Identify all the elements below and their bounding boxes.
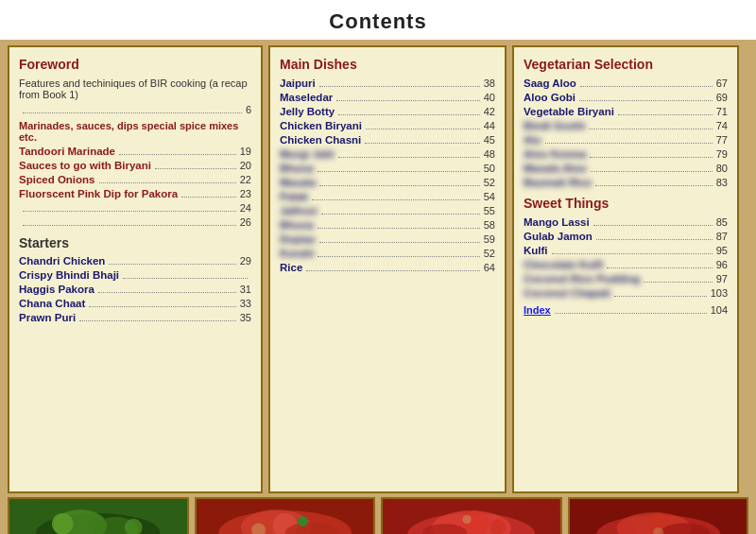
veg-selection-title: Vegetarian Selection <box>524 57 728 72</box>
food-photo-svg-1 <box>9 499 187 534</box>
list-item: Mango Lassi 85 <box>524 216 728 228</box>
list-item: Alu 77 <box>524 134 728 146</box>
list-item: Coconut Rice Pudding 97 <box>524 273 728 284</box>
list-item: Chandri Chicken 29 <box>19 255 251 267</box>
list-item: Aloo Gobi 69 <box>524 92 728 103</box>
list-item: Chana Chaat 33 <box>19 298 251 309</box>
list-item: Chocolate Kulfi 96 <box>524 259 728 270</box>
food-photo-4 <box>568 497 749 534</box>
list-item: Tandoori Marinade 19 <box>19 146 251 157</box>
food-photo-2 <box>195 497 376 534</box>
food-photo-3 <box>381 497 562 534</box>
column-1: Foreword Features and techiniques of BIR… <box>8 45 263 493</box>
svg-point-4 <box>52 513 74 534</box>
index-item[interactable]: Index 104 <box>524 304 728 316</box>
list-item: 26 <box>19 216 251 228</box>
column-2: Main Dishes Jaipuri 38 Maseledar 40 Jell… <box>268 45 507 493</box>
main-dishes-title: Main Dishes <box>280 57 495 72</box>
list-item: Chicken Chasni 45 <box>280 134 495 146</box>
column-3: Vegetarian Selection Saag Aloo 67 Aloo G… <box>512 45 739 493</box>
list-item: Kulfi 95 <box>524 245 728 256</box>
list-item: 24 <box>19 202 251 214</box>
starters-title: Starters <box>19 235 251 250</box>
food-photo-svg-2 <box>197 499 374 534</box>
list-item: Haggis Pakora 31 <box>19 284 251 295</box>
svg-point-19 <box>462 515 471 524</box>
list-item: Bindi Gosht 74 <box>524 120 728 131</box>
food-photo-svg-4 <box>570 499 747 534</box>
list-item: Sauces to go with Biryani 20 <box>19 160 251 171</box>
list-item: Saag Aloo 67 <box>524 78 728 89</box>
list-item: Jelly Botty 42 <box>280 106 495 117</box>
food-photo-svg-3 <box>383 499 560 534</box>
list-item: Crispy Bhindi Bhaji <box>19 269 251 281</box>
spiced-onions-item: Spiced Onions 22 <box>19 174 251 185</box>
svg-point-12 <box>297 516 307 526</box>
list-item: Vegetable Biryani 71 <box>524 106 728 117</box>
list-item: Bhuna 50 <box>280 163 495 174</box>
foreword-item: 6 <box>19 104 251 115</box>
list-item: Rice 64 <box>280 262 495 273</box>
list-item: Chicken Biryani 44 <box>280 120 495 131</box>
marinades-title: Marinades, sauces, dips special spice mi… <box>19 120 251 143</box>
list-item: Murgi Jahl 48 <box>280 148 495 160</box>
list-item: Korahi 52 <box>280 248 495 259</box>
list-item: Jalfrezi 55 <box>280 205 495 216</box>
list-item: Masala Aloo 80 <box>524 163 728 174</box>
list-item: Gulab Jamon 87 <box>524 231 728 242</box>
list-item: Coconut Chapati 103 <box>524 287 728 299</box>
list-item: Basmati Rice 83 <box>524 177 728 188</box>
foreword-text: Features and techiniques of BIR cooking … <box>19 78 251 100</box>
main-container: Foreword Features and techiniques of BIR… <box>0 40 756 493</box>
foreword-title: Foreword <box>19 57 251 72</box>
page-title: Contents <box>0 0 756 40</box>
list-item: Maseledar 40 <box>280 92 495 103</box>
photo-strip <box>0 493 756 534</box>
sweet-things-title: Sweet Things <box>524 196 728 211</box>
list-item: Bhuna 58 <box>280 219 495 231</box>
food-photo-1 <box>8 497 189 534</box>
list-item: Aloo Keema 79 <box>524 148 728 160</box>
list-item: Palak 54 <box>280 191 495 202</box>
list-item: Dopiaz 59 <box>280 233 495 245</box>
list-item: Masala 52 <box>280 177 495 188</box>
list-item: Prawn Puri 35 <box>19 312 251 323</box>
list-item: Jaipuri 38 <box>280 78 495 89</box>
list-item: Fluorscent Pink Dip for Pakora 23 <box>19 188 251 199</box>
